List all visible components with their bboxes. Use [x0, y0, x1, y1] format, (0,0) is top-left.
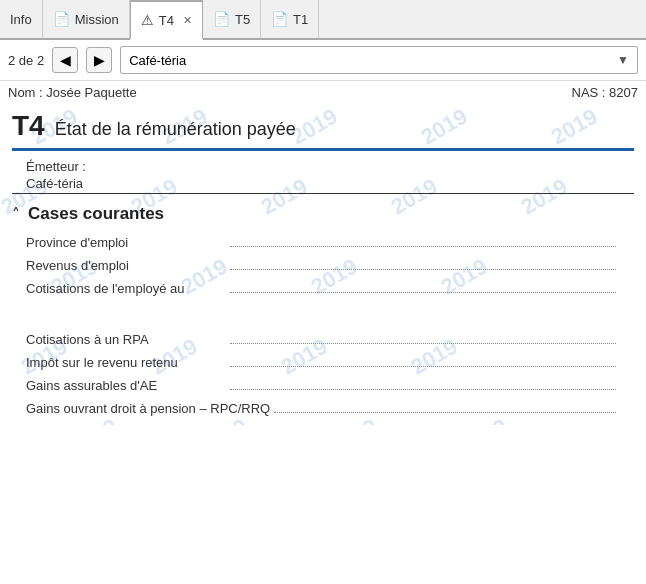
t4-heading: T4 État de la rémunération payée [12, 110, 634, 142]
field-gains-pension: Gains ouvrant droit à pension – RPC/RRQ [12, 396, 634, 419]
field-gains-ae: Gains assurables d'AE [12, 373, 634, 396]
t4-warn-icon: ⚠ [141, 12, 154, 28]
tab-t5-label: T5 [235, 12, 250, 27]
tab-mission[interactable]: 📄 Mission [43, 0, 130, 38]
next-page-button[interactable]: ▶ [86, 47, 112, 73]
field-rpa-dots [230, 330, 616, 344]
t4-doc-title: État de la rémunération payée [55, 119, 296, 140]
field-cotisations-employe-dots [230, 279, 616, 293]
emetteur-label: Émetteur : [12, 159, 634, 174]
field-revenus-label: Revenus d'emploi [26, 258, 226, 273]
nom-value: Josée Paquette [46, 85, 136, 100]
field-rpa: Cotisations à un RPA [12, 327, 634, 350]
header-info: Nom : Josée Paquette NAS : 8207 [0, 81, 646, 104]
nom-label: Nom : [8, 85, 43, 100]
tab-info-label: Info [10, 12, 32, 27]
field-revenus: Revenus d'emploi [12, 253, 634, 276]
nas-info: NAS : 8207 [572, 85, 639, 100]
tab-t4[interactable]: ⚠ T4 ✕ [130, 0, 203, 40]
tab-t1-label: T1 [293, 12, 308, 27]
field-gains-ae-label: Gains assurables d'AE [26, 378, 226, 393]
field-gains-pension-dots [274, 399, 616, 413]
nom-info: Nom : Josée Paquette [8, 85, 137, 100]
tab-t1[interactable]: 📄 T1 [261, 0, 319, 38]
field-gains-ae-dots [230, 376, 616, 390]
nav-bar: 2 de 2 ◀ ▶ Café-téria ▼ [0, 40, 646, 81]
field-gains-pension-label: Gains ouvrant droit à pension – RPC/RRQ [26, 401, 270, 416]
field-impot-label: Impôt sur le revenu retenu [26, 355, 226, 370]
cases-courantes-heading: ˄ Cases courantes [12, 204, 634, 224]
emetteur-dropdown[interactable]: Café-téria ▼ [120, 46, 638, 74]
t5-doc-icon: 📄 [213, 11, 230, 27]
field-cotisations-employe: Cotisations de l'employé au [12, 276, 634, 299]
emetteur-value: Café-téria [12, 176, 634, 194]
tab-mission-label: Mission [75, 12, 119, 27]
emetteur-section: Émetteur : Café-téria [12, 159, 634, 194]
field-province-label: Province d'emploi [26, 235, 226, 250]
mission-doc-icon: 📄 [53, 11, 70, 27]
field-impot-dots [230, 353, 616, 367]
field-province: Province d'emploi [12, 230, 634, 253]
prev-page-button[interactable]: ◀ [52, 47, 78, 73]
t4-doc-label: T4 [12, 110, 45, 142]
field-impot: Impôt sur le revenu retenu [12, 350, 634, 373]
document-area: 2019 2019 2019 2019 2019 2019 2019 2019 … [0, 104, 646, 425]
spacer-2 [12, 313, 634, 327]
field-revenus-dots [230, 256, 616, 270]
field-cotisations-employe-label: Cotisations de l'employé au [26, 281, 226, 296]
t1-doc-icon: 📄 [271, 11, 288, 27]
field-rpa-label: Cotisations à un RPA [26, 332, 226, 347]
blue-separator [12, 148, 634, 151]
tab-t4-close-button[interactable]: ✕ [183, 14, 192, 27]
spacer-1 [12, 299, 634, 313]
dropdown-value: Café-téria [129, 53, 186, 68]
tab-bar: Info 📄 Mission ⚠ T4 ✕ 📄 T5 📄 T1 [0, 0, 646, 40]
collapse-chevron-icon[interactable]: ˄ [12, 205, 20, 224]
chevron-down-icon: ▼ [617, 53, 629, 67]
tab-info[interactable]: Info [0, 0, 43, 38]
tab-t5[interactable]: 📄 T5 [203, 0, 261, 38]
section-title: Cases courantes [28, 204, 164, 224]
page-indicator: 2 de 2 [8, 53, 44, 68]
field-province-dots [230, 233, 616, 247]
tab-t4-label: T4 [159, 13, 174, 28]
